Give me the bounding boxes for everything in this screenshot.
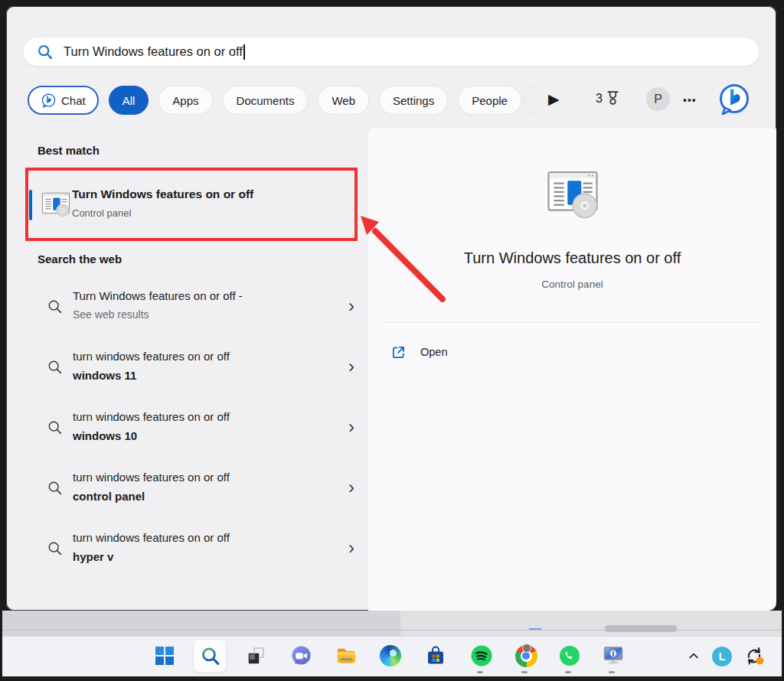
windows-features-icon-large [544,165,602,220]
web-suggestion-item[interactable]: Turn Windows features on or off - See we… [25,285,368,334]
preview-pane: Turn Windows features on or off Control … [368,129,776,611]
running-indicator [477,671,483,673]
best-match-header: Best match [38,144,100,157]
tab-apps[interactable]: Apps [158,86,212,115]
best-match-subtitle: Control panel [72,207,131,219]
task-view-button[interactable] [243,643,270,669]
chevron-up-icon [688,650,700,662]
search-icon [37,44,54,60]
suggestion-line1: Turn Windows features on or off - [73,289,243,302]
web-search-icon [47,419,64,436]
file-explorer-icon [335,645,358,667]
tray-show-hidden-icons-button[interactable] [681,643,707,669]
preview-title: Turn Windows features on or off [368,249,776,267]
search-query-text: Turn Windows features on or off [64,44,243,59]
tab-documents[interactable]: Documents [223,86,309,115]
chevron-right-icon: › [348,416,354,438]
suggestion-line1: turn windows features on or off [73,531,230,544]
tab-settings[interactable]: Settings [379,86,448,115]
preview-subtitle: Control panel [368,279,776,290]
background-window [400,611,782,636]
task-view-icon [247,646,266,666]
background-link-fragment [529,628,541,630]
search-input[interactable]: Turn Windows features on or off [23,37,760,67]
bing-chat-icon [41,93,57,109]
web-search-icon [47,480,64,497]
chrome-icon [515,645,537,667]
suggestion-line1: turn windows features on or off [73,410,230,423]
tabs-overflow-arrow-icon[interactable]: ▶ [548,90,560,108]
search-the-web-header: Search the web [38,253,122,266]
running-indicator [609,671,615,673]
rewards-medal-icon [606,90,620,106]
whatsapp-button[interactable] [557,643,583,669]
text-caret [243,44,245,60]
tab-chat[interactable]: Chat [28,86,99,115]
open-external-icon [391,345,406,360]
open-action[interactable]: Open [391,340,447,364]
bing-chat-button[interactable] [717,83,751,116]
system-properties-button[interactable] [600,643,626,669]
running-indicator [565,671,571,673]
rewards-button[interactable]: 3 [596,90,620,106]
tab-clipped-partial [524,86,537,115]
chevron-right-icon: › [348,537,354,559]
windows-features-icon [41,188,71,219]
taskbar-search-icon [200,646,220,666]
best-match-title: Turn Windows features on or off [72,187,253,201]
suggestion-line2: windows 10 [73,429,137,442]
windows-logo-icon [155,646,175,666]
chevron-right-icon: › [348,477,354,498]
more-options-icon[interactable]: ••• [683,86,697,115]
suggestion-line2: control panel [73,490,145,503]
web-suggestion-item[interactable]: turn windows features on or off windows … [25,406,368,455]
suggestion-line1: turn windows features on or off [73,471,230,484]
search-flyout-panel: Turn Windows features on or off Chat All… [6,6,776,611]
windows-search-screen: { "search": { "query": "Turn Windows fea… [0,0,784,681]
open-label: Open [420,346,447,358]
suggestion-line2: See web results [73,308,149,321]
web-suggestion-item[interactable]: turn windows features on or off hyper v … [25,526,368,575]
rewards-count: 3 [596,92,603,106]
web-suggestion-item[interactable]: turn windows features on or off windows … [25,345,368,394]
microsoft-store-icon [425,645,446,666]
web-search-icon [47,540,64,557]
suggestion-line1: turn windows features on or off [73,350,230,363]
microsoft-store-button[interactable] [423,643,449,669]
web-search-icon [47,359,64,376]
tray-sync-button[interactable] [741,643,767,669]
best-match-item[interactable] [25,168,358,241]
tab-web[interactable]: Web [318,86,369,115]
divider [385,322,760,323]
background-blurred-text [605,625,677,632]
teams-chat-icon [290,645,312,667]
web-search-icon [47,298,64,315]
chrome-button[interactable] [513,643,539,669]
spotify-icon [470,644,493,667]
account-avatar[interactable]: P [646,87,670,111]
spotify-button[interactable] [469,643,495,669]
suggestion-line2: hyper v [73,550,113,563]
edge-button[interactable] [377,643,403,669]
teams-chat-button[interactable] [288,643,314,669]
file-explorer-button[interactable] [333,643,359,669]
web-suggestion-item[interactable]: turn windows features on or off control … [25,466,368,515]
search-filter-tabs: Chat All Apps Documents Web Settings Peo… [28,86,521,115]
background-window-strip [2,611,782,636]
sync-arrows-icon [743,645,765,666]
taskbar-search-button[interactable] [197,643,223,669]
edge-icon [380,645,401,666]
system-monitor-icon [602,644,625,667]
tray-app-icon[interactable]: L [712,647,732,666]
tab-people[interactable]: People [458,86,521,115]
whatsapp-icon [558,644,581,667]
tab-all[interactable]: All [109,86,149,115]
chevron-right-icon: › [348,356,354,377]
chrome-profile-avatar [522,644,531,653]
running-indicator [521,671,528,673]
chevron-right-icon: › [348,295,354,317]
suggestion-line2: windows 11 [73,369,136,382]
start-button[interactable] [152,643,178,669]
selection-accent-bar [29,190,32,220]
